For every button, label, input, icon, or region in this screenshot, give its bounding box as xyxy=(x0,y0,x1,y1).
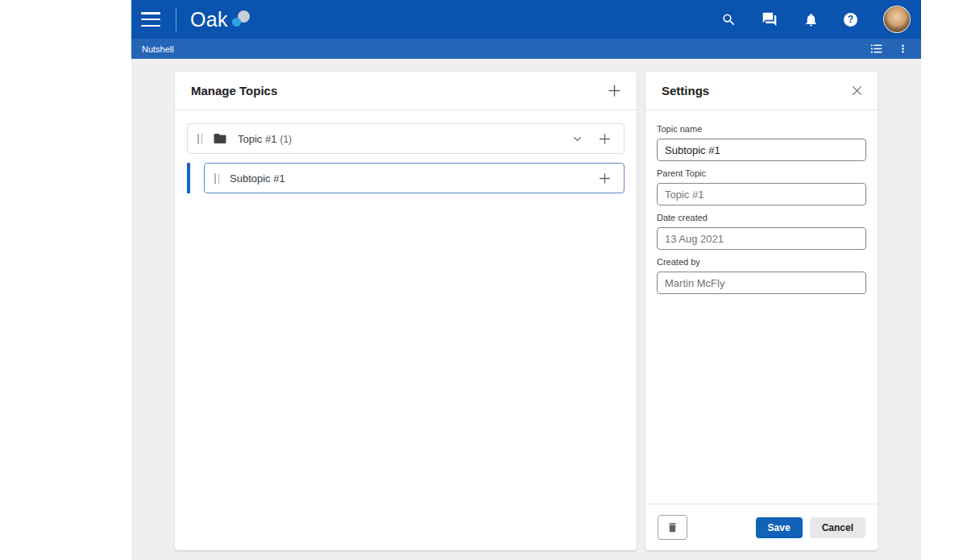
settings-header: Settings xyxy=(645,72,878,110)
save-button[interactable]: Save xyxy=(756,517,803,538)
help-icon[interactable]: ? xyxy=(844,13,857,27)
drag-handle-icon[interactable] xyxy=(197,134,202,144)
collapse-topic-chevron-down-icon[interactable] xyxy=(571,133,583,145)
delete-topic-button[interactable] xyxy=(658,515,687,540)
created-by-field[interactable] xyxy=(657,272,866,294)
selected-indicator-bar xyxy=(187,163,190,193)
subbar-actions xyxy=(869,42,909,56)
oak-logo[interactable]: Oak xyxy=(190,8,251,31)
manage-topics-card: Manage Topics Topic #1 (1) xyxy=(175,72,637,550)
topic-name-field[interactable] xyxy=(657,139,866,161)
list-view-icon[interactable] xyxy=(869,42,883,56)
close-icon[interactable] xyxy=(850,84,864,97)
chat-icon[interactable] xyxy=(762,11,778,27)
add-subtopic-button[interactable] xyxy=(597,131,612,147)
subbar: Nutshell xyxy=(131,39,921,59)
search-icon[interactable] xyxy=(720,11,737,27)
app-window: Oak ? Nutshell xyxy=(131,0,921,560)
settings-panel: Settings Topic name Parent Topic Date cr… xyxy=(645,72,878,550)
hamburger-menu-icon[interactable] xyxy=(141,12,160,27)
app-name: Nutshell xyxy=(142,44,174,54)
topbar-divider xyxy=(176,7,176,31)
user-avatar[interactable] xyxy=(883,6,911,33)
topic-name-label: Topic name xyxy=(657,124,866,134)
kebab-menu-icon[interactable] xyxy=(897,43,909,55)
settings-footer: Save Cancel xyxy=(645,504,878,550)
topic-row[interactable]: Topic #1 (1) xyxy=(187,123,625,154)
main-content: Manage Topics Topic #1 (1) xyxy=(131,59,921,560)
topbar-actions: ? xyxy=(720,6,911,33)
trash-icon xyxy=(666,521,679,533)
manage-topics-title: Manage Topics xyxy=(191,84,277,97)
date-created-label: Date created xyxy=(657,213,866,222)
subtopic-label: Subtopic #1 xyxy=(230,172,285,185)
created-by-label: Created by xyxy=(657,257,866,267)
date-created-field[interactable] xyxy=(657,227,866,250)
add-topic-button[interactable] xyxy=(606,82,623,99)
topics-list: Topic #1 (1) xyxy=(175,110,637,206)
notifications-bell-icon[interactable] xyxy=(803,11,819,27)
cancel-button[interactable]: Cancel xyxy=(810,517,865,538)
subtopic-row[interactable]: Subtopic #1 xyxy=(204,163,625,193)
folder-icon xyxy=(213,131,227,146)
settings-title: Settings xyxy=(662,84,709,97)
topbar: Oak ? xyxy=(131,0,921,39)
add-nested-subtopic-button[interactable] xyxy=(597,171,612,186)
oak-logo-icon xyxy=(230,9,251,30)
topic-label: Topic #1 (1) xyxy=(238,133,292,145)
manage-topics-header: Manage Topics xyxy=(175,72,637,110)
subtopic-count: (1) xyxy=(280,134,292,145)
drag-handle-icon[interactable] xyxy=(214,173,219,184)
logo-text: Oak xyxy=(190,8,228,31)
parent-topic-label: Parent Topic xyxy=(657,168,866,178)
subtopic-container: Subtopic #1 xyxy=(187,163,625,193)
parent-topic-field[interactable] xyxy=(657,183,866,205)
settings-form: Topic name Parent Topic Date created Cre… xyxy=(645,110,878,294)
